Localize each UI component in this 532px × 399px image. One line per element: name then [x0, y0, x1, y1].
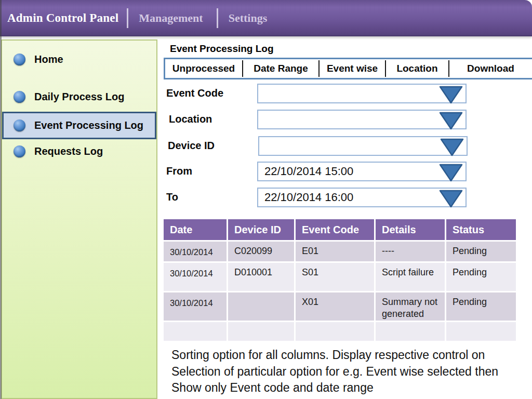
event-code-dropdown[interactable] — [257, 84, 467, 103]
from-date-value: 22/10/2014 15:00 — [258, 163, 466, 180]
screen-left-edge — [0, 0, 2, 399]
table-cell-event-code: E01 — [296, 242, 374, 261]
location-dropdown[interactable] — [257, 110, 467, 129]
tab-unprocessed[interactable]: Unprocessed — [165, 59, 242, 78]
to-label: To — [166, 191, 178, 203]
table-cell-device-id — [228, 322, 294, 341]
table-cell-event-code: S01 — [296, 263, 374, 291]
app-title: Admin Control Panel — [7, 11, 118, 25]
column-header-date[interactable]: Date — [164, 219, 227, 240]
tab-location[interactable]: Location — [386, 59, 448, 78]
column-header-event-code[interactable]: Event Code — [296, 219, 374, 240]
table-cell-details: ---- — [376, 242, 445, 261]
dropdown-arrow-icon[interactable] — [439, 111, 463, 130]
table-cell-device-id — [228, 292, 294, 321]
table-cell-date: 30/10/2014 — [164, 242, 227, 261]
tab-date-range[interactable]: Date Range — [243, 59, 318, 78]
tab-event-wise[interactable]: Event wise — [320, 59, 385, 78]
nav-item-management[interactable]: Management — [139, 11, 203, 25]
nav-divider — [217, 8, 218, 28]
dropdown-arrow-icon[interactable] — [439, 85, 463, 104]
bullet-icon — [14, 119, 25, 131]
nav-item-settings[interactable]: Settings — [229, 11, 268, 25]
column-header-details[interactable]: Details — [376, 219, 445, 240]
table-cell-status — [446, 322, 516, 341]
page-title: Event Processing Log — [170, 43, 274, 55]
sidebar-item-label: Event Processing Log — [34, 119, 143, 131]
sidebar-item-home[interactable]: Home — [2, 46, 156, 73]
tab-download[interactable]: Download — [449, 59, 532, 78]
table-cell-details — [376, 322, 445, 341]
sidebar-item-label: Daily Process Log — [34, 91, 124, 103]
sidebar: Home Daily Process Log Event Processing … — [1, 39, 157, 399]
table-cell-status: Pending — [446, 292, 516, 321]
sidebar-item-daily-process-log[interactable]: Daily Process Log — [2, 83, 156, 110]
nav-divider — [127, 8, 128, 28]
admin-control-panel-screen: Admin Control Panel Management Settings … — [0, 0, 532, 399]
dropdown-arrow-icon[interactable] — [439, 163, 463, 182]
table-cell-details: Script failure — [376, 263, 445, 291]
sidebar-item-label: Requests Log — [34, 145, 103, 157]
annotation-note: Sorting option for all columns. Display … — [171, 347, 521, 396]
from-label: From — [166, 165, 192, 177]
device-id-label: Device ID — [168, 140, 215, 152]
device-id-dropdown[interactable] — [258, 136, 468, 156]
table-cell-status: Pending — [446, 242, 516, 261]
top-nav-bar: Admin Control Panel Management Settings — [0, 0, 532, 36]
table-cell-event-code — [296, 322, 374, 341]
table-cell-device-id: C020099 — [228, 242, 294, 261]
from-date-dropdown[interactable]: 22/10/2014 15:00 — [257, 162, 467, 181]
dropdown-arrow-icon[interactable] — [440, 138, 464, 156]
to-date-dropdown[interactable]: 22/10/2014 16:00 — [257, 188, 467, 207]
sidebar-item-event-processing-log[interactable]: Event Processing Log — [2, 112, 156, 139]
table-cell-date: 30/10/2014 — [164, 263, 227, 291]
table-cell-date: 30/10/2014 — [164, 292, 227, 321]
tab-bar: Unprocessed Date Range Event wise Locati… — [164, 58, 532, 79]
column-header-device-id[interactable]: Device ID — [228, 219, 294, 240]
location-label: Location — [169, 113, 212, 125]
bullet-icon — [14, 54, 25, 65]
sidebar-item-requests-log[interactable]: Requests Log — [2, 138, 156, 165]
table-cell-status: Pending — [446, 263, 516, 291]
table-cell-date — [164, 322, 227, 341]
event-log-table: Date Device ID Event Code Details Status… — [164, 219, 516, 341]
table-cell-details: Summary not generated — [376, 292, 445, 321]
to-date-value: 22/10/2014 16:00 — [258, 189, 466, 206]
bullet-icon — [14, 145, 25, 157]
dropdown-arrow-icon[interactable] — [439, 189, 463, 208]
sidebar-item-label: Home — [34, 54, 63, 65]
column-header-status[interactable]: Status — [446, 219, 516, 240]
table-cell-device-id: D010001 — [228, 263, 294, 291]
table-cell-event-code: X01 — [296, 292, 374, 321]
event-code-label: Event Code — [166, 87, 223, 99]
bullet-icon — [14, 91, 25, 103]
